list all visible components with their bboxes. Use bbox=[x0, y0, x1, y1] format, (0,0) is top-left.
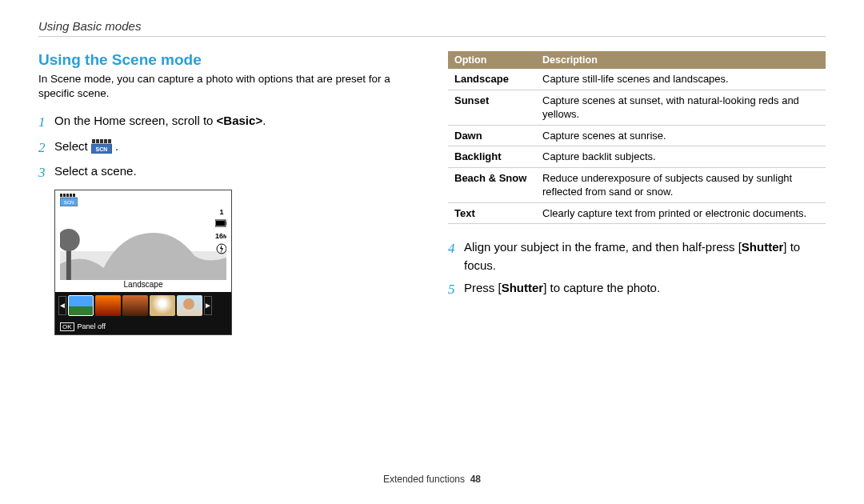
thumb-sunset bbox=[95, 295, 121, 316]
panel-off-label: Panel off bbox=[78, 322, 106, 330]
svg-rect-2 bbox=[92, 139, 95, 143]
svg-rect-11 bbox=[66, 194, 69, 197]
step-text: Press [Shutter] to capture the photo. bbox=[464, 279, 826, 300]
divider bbox=[38, 36, 826, 37]
thumb-portrait bbox=[177, 295, 202, 316]
svg-point-15 bbox=[60, 229, 80, 251]
table-row: LandscapeCapture still-life scenes and l… bbox=[448, 69, 826, 90]
svg-text:SCN: SCN bbox=[64, 200, 74, 205]
scene-mode-icon: SCN bbox=[91, 139, 112, 154]
camera-screenshot: SCN 1 bbox=[54, 190, 232, 335]
svg-rect-10 bbox=[63, 194, 66, 197]
scn-badge-icon: SCN bbox=[60, 194, 78, 208]
battery-icon bbox=[215, 219, 226, 229]
opt-desc: Capture scenes at sunset, with natural-l… bbox=[536, 90, 826, 125]
opt-name: Beach & Snow bbox=[448, 167, 536, 202]
ok-icon: OK bbox=[60, 322, 74, 331]
table-row: DawnCapture scenes at sunrise. bbox=[448, 125, 826, 146]
page-footer: Extended functions 48 bbox=[0, 474, 864, 485]
svg-rect-13 bbox=[73, 194, 75, 197]
content-columns: Using the Scene mode In Scene mode, you … bbox=[38, 51, 826, 335]
thumb-landscape bbox=[68, 295, 94, 316]
th-description: Description bbox=[536, 51, 826, 69]
scene-thumbnails: ◄ ► bbox=[55, 292, 231, 319]
opt-name: Sunset bbox=[448, 90, 536, 125]
svg-text:SCN: SCN bbox=[95, 146, 107, 152]
opt-desc: Capture backlit subjects. bbox=[536, 146, 826, 168]
step-number: 3 bbox=[38, 162, 54, 183]
panel-off-bar: OK Panel off bbox=[55, 319, 231, 334]
step-3: 3 Select a scene. bbox=[38, 162, 416, 183]
thumb-dawn bbox=[122, 295, 148, 316]
step-post: . bbox=[262, 114, 266, 127]
step-pre: Select bbox=[54, 139, 91, 153]
th-option: Option bbox=[448, 51, 536, 69]
opt-name: Dawn bbox=[448, 125, 536, 146]
svg-rect-4 bbox=[100, 139, 103, 143]
opt-desc: Clearly capture text from printed or ele… bbox=[536, 202, 826, 224]
steps-left: 1 On the Home screen, scroll to <Basic>.… bbox=[38, 112, 416, 183]
step-text: Select a scene. bbox=[54, 162, 416, 183]
step-pre: On the Home screen, scroll to bbox=[54, 114, 217, 127]
opt-desc: Capture still-life scenes and landscapes… bbox=[536, 69, 826, 90]
step-5: 5 Press [Shutter] to capture the photo. bbox=[448, 279, 826, 300]
step-text: Align your subject in the frame, and the… bbox=[464, 238, 826, 274]
step-4: 4 Align your subject in the frame, and t… bbox=[448, 238, 826, 274]
options-table: Option Description LandscapeCapture stil… bbox=[448, 51, 826, 224]
table-row: Beach & SnowReduce underexposure of subj… bbox=[448, 167, 826, 202]
table-row: BacklightCapture backlit subjects. bbox=[448, 146, 826, 168]
svg-rect-6 bbox=[108, 139, 111, 143]
thumb-backlight bbox=[150, 295, 175, 316]
step-bold: <Basic> bbox=[217, 114, 263, 127]
step-2: 2 Select SCN . bbox=[38, 138, 416, 158]
table-row: TextClearly capture text from printed or… bbox=[448, 202, 826, 224]
t-bold: Shutter bbox=[502, 281, 544, 294]
step-number: 4 bbox=[448, 238, 464, 274]
t: Press [ bbox=[464, 281, 502, 294]
table-header-row: Option Description bbox=[448, 51, 826, 69]
footer-section: Extended functions bbox=[383, 474, 465, 485]
steps-right: 4 Align your subject in the frame, and t… bbox=[448, 238, 826, 300]
table-row: SunsetCapture scenes at sunset, with nat… bbox=[448, 90, 826, 125]
flash-off-icon bbox=[216, 243, 226, 256]
t: ] to capture the photo. bbox=[543, 281, 660, 294]
opt-name: Landscape bbox=[448, 69, 536, 90]
thumb-next-icon: ► bbox=[204, 296, 212, 315]
step-number: 5 bbox=[448, 279, 464, 300]
step-number: 2 bbox=[38, 138, 54, 158]
intro-text: In Scene mode, you can capture a photo w… bbox=[38, 72, 416, 101]
step-post: . bbox=[115, 139, 118, 153]
section-title: Using the Scene mode bbox=[38, 51, 416, 69]
step-text: Select SCN . bbox=[54, 138, 416, 158]
svg-rect-5 bbox=[104, 139, 107, 143]
opt-desc: Capture scenes at sunrise. bbox=[536, 125, 826, 146]
step-text: On the Home screen, scroll to <Basic>. bbox=[54, 112, 416, 133]
resolution-label: 16M bbox=[215, 232, 226, 240]
right-column: Option Description LandscapeCapture stil… bbox=[448, 51, 826, 335]
page-number: 48 bbox=[470, 474, 481, 485]
viewfinder: 1 16M bbox=[60, 208, 226, 280]
t: Align your subject in the frame, and the… bbox=[464, 240, 742, 254]
step-1: 1 On the Home screen, scroll to <Basic>. bbox=[38, 112, 416, 133]
svg-rect-18 bbox=[216, 221, 225, 226]
svg-rect-17 bbox=[226, 222, 226, 225]
opt-name: Backlight bbox=[448, 146, 536, 168]
shot-counter: 1 bbox=[219, 208, 223, 216]
left-column: Using the Scene mode In Scene mode, you … bbox=[38, 51, 416, 335]
thumb-prev-icon: ◄ bbox=[58, 296, 66, 315]
mode-label: Landscape bbox=[55, 280, 231, 292]
svg-rect-3 bbox=[96, 139, 99, 143]
svg-rect-12 bbox=[70, 194, 72, 197]
opt-name: Text bbox=[448, 202, 536, 224]
breadcrumb: Using Basic modes bbox=[38, 19, 826, 33]
step-number: 1 bbox=[38, 112, 54, 133]
svg-rect-9 bbox=[60, 194, 62, 197]
opt-desc: Reduce underexposure of subjects caused … bbox=[536, 167, 826, 202]
t-bold: Shutter bbox=[742, 240, 784, 254]
